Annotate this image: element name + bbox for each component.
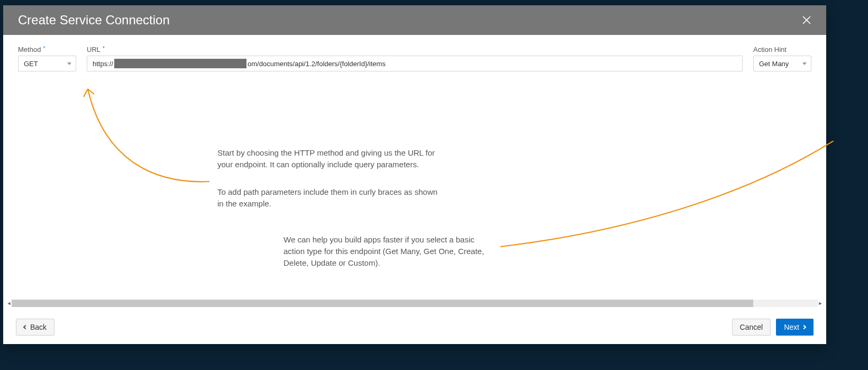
required-star-icon: *	[43, 46, 45, 51]
url-prefix: https://	[93, 60, 113, 68]
action-hint-label: Action Hint	[753, 46, 811, 53]
hint-paragraph-1: Start by choosing the HTTP method and gi…	[217, 147, 440, 170]
action-hint-select[interactable]: Get Many	[753, 56, 811, 71]
method-label-text: Method	[18, 46, 41, 53]
method-label: Method *	[18, 46, 76, 53]
required-star-icon: *	[103, 46, 105, 51]
scroll-track[interactable]	[12, 300, 818, 307]
redacted-host	[114, 59, 246, 68]
chevron-down-icon	[67, 62, 71, 65]
action-hint-value: Get Many	[759, 60, 789, 68]
action-hint-label-text: Action Hint	[753, 46, 787, 53]
cancel-label: Cancel	[740, 323, 763, 331]
form-row: Method * GET URL * https:// om/d	[18, 46, 811, 71]
modal-body: Method * GET URL * https:// om/d	[3, 35, 826, 310]
arrow-to-method-icon	[72, 78, 215, 189]
chevron-down-icon	[802, 62, 807, 65]
back-button[interactable]: Back	[16, 319, 54, 336]
chevron-right-icon	[802, 325, 806, 329]
url-field: URL * https:// om/documents/api/1.2/fold…	[87, 46, 743, 71]
create-service-connection-modal: Create Service Connection Method * GET U…	[3, 5, 826, 344]
url-label: URL *	[87, 46, 743, 53]
close-icon	[802, 15, 811, 25]
next-label: Next	[784, 323, 799, 331]
scroll-left-button[interactable]: ◄	[6, 300, 12, 307]
modal-title: Create Service Connection	[18, 13, 170, 28]
method-select[interactable]: GET	[18, 56, 76, 71]
next-button[interactable]: Next	[776, 319, 814, 336]
chevron-left-icon	[23, 325, 28, 329]
arrow-to-action-hint-icon	[495, 141, 834, 257]
back-label: Back	[30, 323, 47, 331]
hint-paragraph-2: To add path parameters include them in c…	[217, 186, 445, 210]
url-input[interactable]: https:// om/documents/api/1.2/folders/{f…	[87, 56, 743, 71]
scroll-thumb[interactable]	[12, 300, 753, 307]
url-suffix: om/documents/api/1.2/folders/{folderId}/…	[248, 60, 386, 68]
method-value: GET	[24, 60, 38, 68]
modal-footer: Back Cancel Next	[3, 310, 826, 344]
close-button[interactable]	[800, 13, 814, 27]
method-field: Method * GET	[18, 46, 76, 71]
scroll-right-button[interactable]: ►	[818, 300, 823, 307]
url-label-text: URL	[87, 46, 100, 53]
url-value: https:// om/documents/api/1.2/folders/{f…	[93, 56, 737, 71]
action-hint-field: Action Hint Get Many	[753, 46, 811, 71]
modal-header: Create Service Connection	[3, 5, 826, 35]
horizontal-scrollbar[interactable]: ◄ ►	[6, 300, 823, 307]
cancel-button[interactable]: Cancel	[732, 319, 771, 336]
hint-paragraph-3: We can help you build apps faster if you…	[284, 234, 490, 268]
footer-right: Cancel Next	[732, 319, 814, 336]
